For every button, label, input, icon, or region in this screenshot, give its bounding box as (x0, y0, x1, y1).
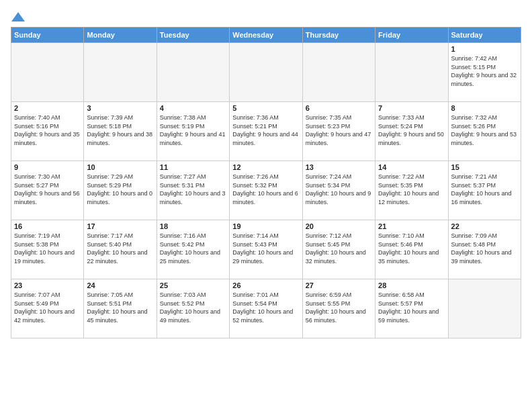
day-info: Sunrise: 7:42 AM Sunset: 5:15 PM Dayligh… (451, 54, 518, 88)
calendar-cell: 14Sunrise: 7:22 AM Sunset: 5:35 PM Dayli… (375, 161, 448, 220)
calendar-cell: 10Sunrise: 7:29 AM Sunset: 5:29 PM Dayli… (84, 161, 157, 220)
day-info: Sunrise: 7:35 AM Sunset: 5:23 PM Dayligh… (306, 113, 372, 147)
day-info: Sunrise: 7:07 AM Sunset: 5:49 PM Dayligh… (14, 291, 81, 324)
day-number: 13 (306, 163, 372, 171)
day-number: 5 (232, 104, 299, 112)
day-number: 21 (378, 222, 445, 230)
calendar-cell: 15Sunrise: 7:21 AM Sunset: 5:37 PM Dayli… (448, 161, 521, 220)
week-row-4: 23Sunrise: 7:07 AM Sunset: 5:49 PM Dayli… (11, 279, 521, 338)
day-info: Sunrise: 7:14 AM Sunset: 5:43 PM Dayligh… (232, 232, 299, 265)
calendar-cell (302, 43, 375, 102)
calendar-cell: 28Sunrise: 6:58 AM Sunset: 5:57 PM Dayli… (375, 279, 448, 338)
logo-icon (11, 11, 25, 23)
weekday-sunday: Sunday (11, 28, 84, 43)
day-number: 25 (160, 281, 226, 289)
calendar-cell: 24Sunrise: 7:05 AM Sunset: 5:51 PM Dayli… (84, 279, 157, 338)
day-info: Sunrise: 7:10 AM Sunset: 5:46 PM Dayligh… (378, 232, 445, 265)
calendar-cell (230, 43, 302, 102)
calendar-cell: 3Sunrise: 7:39 AM Sunset: 5:18 PM Daylig… (84, 102, 157, 161)
weekday-monday: Monday (84, 28, 157, 43)
week-row-3: 16Sunrise: 7:19 AM Sunset: 5:38 PM Dayli… (11, 220, 521, 279)
week-row-0: 1Sunrise: 7:42 AM Sunset: 5:15 PM Daylig… (11, 43, 521, 102)
header (11, 11, 521, 20)
day-info: Sunrise: 7:27 AM Sunset: 5:31 PM Dayligh… (160, 173, 226, 206)
calendar-cell: 19Sunrise: 7:14 AM Sunset: 5:43 PM Dayli… (230, 220, 302, 279)
day-number: 1 (451, 45, 518, 53)
calendar-cell: 22Sunrise: 7:09 AM Sunset: 5:48 PM Dayli… (448, 220, 521, 279)
calendar-cell: 2Sunrise: 7:40 AM Sunset: 5:16 PM Daylig… (11, 102, 84, 161)
calendar-cell: 8Sunrise: 7:32 AM Sunset: 5:26 PM Daylig… (448, 102, 521, 161)
day-info: Sunrise: 7:12 AM Sunset: 5:45 PM Dayligh… (306, 232, 372, 265)
day-info: Sunrise: 7:30 AM Sunset: 5:27 PM Dayligh… (14, 173, 81, 206)
calendar-cell: 12Sunrise: 7:26 AM Sunset: 5:32 PM Dayli… (230, 161, 302, 220)
logo (11, 11, 26, 20)
day-number: 19 (232, 222, 299, 230)
day-info: Sunrise: 7:32 AM Sunset: 5:26 PM Dayligh… (451, 113, 518, 147)
calendar-cell: 18Sunrise: 7:16 AM Sunset: 5:42 PM Dayli… (157, 220, 229, 279)
page: SundayMondayTuesdayWednesdayThursdayFrid… (0, 0, 532, 411)
day-info: Sunrise: 7:36 AM Sunset: 5:21 PM Dayligh… (232, 113, 299, 147)
calendar-cell: 6Sunrise: 7:35 AM Sunset: 5:23 PM Daylig… (302, 102, 375, 161)
calendar-cell (448, 279, 521, 338)
calendar-cell: 9Sunrise: 7:30 AM Sunset: 5:27 PM Daylig… (11, 161, 84, 220)
calendar-cell: 23Sunrise: 7:07 AM Sunset: 5:49 PM Dayli… (11, 279, 84, 338)
day-number: 11 (160, 163, 226, 171)
day-info: Sunrise: 7:19 AM Sunset: 5:38 PM Dayligh… (14, 232, 81, 265)
calendar-cell (375, 43, 448, 102)
calendar-cell: 21Sunrise: 7:10 AM Sunset: 5:46 PM Dayli… (375, 220, 448, 279)
day-info: Sunrise: 7:17 AM Sunset: 5:40 PM Dayligh… (87, 232, 153, 265)
weekday-thursday: Thursday (302, 28, 375, 43)
calendar-cell: 7Sunrise: 7:33 AM Sunset: 5:24 PM Daylig… (375, 102, 448, 161)
day-number: 6 (306, 104, 372, 112)
day-info: Sunrise: 7:29 AM Sunset: 5:29 PM Dayligh… (87, 173, 153, 206)
calendar-table: SundayMondayTuesdayWednesdayThursdayFrid… (11, 27, 521, 338)
day-number: 28 (378, 281, 445, 289)
week-row-1: 2Sunrise: 7:40 AM Sunset: 5:16 PM Daylig… (11, 102, 521, 161)
day-info: Sunrise: 7:40 AM Sunset: 5:16 PM Dayligh… (14, 113, 81, 147)
day-info: Sunrise: 7:22 AM Sunset: 5:35 PM Dayligh… (378, 173, 445, 206)
day-number: 12 (232, 163, 299, 171)
calendar-cell: 20Sunrise: 7:12 AM Sunset: 5:45 PM Dayli… (302, 220, 375, 279)
calendar-cell: 16Sunrise: 7:19 AM Sunset: 5:38 PM Dayli… (11, 220, 84, 279)
day-number: 17 (87, 222, 153, 230)
svg-marker-0 (11, 12, 25, 21)
day-info: Sunrise: 7:26 AM Sunset: 5:32 PM Dayligh… (232, 173, 299, 206)
day-number: 20 (306, 222, 372, 230)
day-number: 10 (87, 163, 153, 171)
weekday-saturday: Saturday (448, 28, 521, 43)
calendar-cell: 11Sunrise: 7:27 AM Sunset: 5:31 PM Dayli… (157, 161, 229, 220)
day-info: Sunrise: 7:16 AM Sunset: 5:42 PM Dayligh… (160, 232, 226, 265)
day-number: 7 (378, 104, 445, 112)
day-number: 16 (14, 222, 81, 230)
day-number: 24 (87, 281, 153, 289)
calendar-cell: 26Sunrise: 7:01 AM Sunset: 5:54 PM Dayli… (230, 279, 302, 338)
calendar-cell (157, 43, 229, 102)
calendar-cell: 13Sunrise: 7:24 AM Sunset: 5:34 PM Dayli… (302, 161, 375, 220)
day-number: 27 (306, 281, 372, 289)
weekday-header-row: SundayMondayTuesdayWednesdayThursdayFrid… (11, 28, 521, 43)
day-info: Sunrise: 7:05 AM Sunset: 5:51 PM Dayligh… (87, 291, 153, 324)
day-info: Sunrise: 6:59 AM Sunset: 5:55 PM Dayligh… (306, 291, 372, 324)
calendar-cell: 1Sunrise: 7:42 AM Sunset: 5:15 PM Daylig… (448, 43, 521, 102)
day-number: 2 (14, 104, 81, 112)
day-number: 26 (232, 281, 299, 289)
calendar-cell: 17Sunrise: 7:17 AM Sunset: 5:40 PM Dayli… (84, 220, 157, 279)
calendar-cell: 25Sunrise: 7:03 AM Sunset: 5:52 PM Dayli… (157, 279, 229, 338)
calendar-cell (11, 43, 84, 102)
day-info: Sunrise: 7:38 AM Sunset: 5:19 PM Dayligh… (160, 113, 226, 147)
day-number: 9 (14, 163, 81, 171)
calendar-cell: 5Sunrise: 7:36 AM Sunset: 5:21 PM Daylig… (230, 102, 302, 161)
calendar-cell (84, 43, 157, 102)
day-info: Sunrise: 7:24 AM Sunset: 5:34 PM Dayligh… (306, 173, 372, 206)
day-info: Sunrise: 7:03 AM Sunset: 5:52 PM Dayligh… (160, 291, 226, 324)
day-info: Sunrise: 7:39 AM Sunset: 5:18 PM Dayligh… (87, 113, 153, 147)
weekday-friday: Friday (375, 28, 448, 43)
day-info: Sunrise: 7:09 AM Sunset: 5:48 PM Dayligh… (451, 232, 518, 265)
weekday-wednesday: Wednesday (230, 28, 302, 43)
day-number: 14 (378, 163, 445, 171)
calendar-cell: 27Sunrise: 6:59 AM Sunset: 5:55 PM Dayli… (302, 279, 375, 338)
day-number: 18 (160, 222, 226, 230)
weekday-tuesday: Tuesday (157, 28, 229, 43)
calendar-cell: 4Sunrise: 7:38 AM Sunset: 5:19 PM Daylig… (157, 102, 229, 161)
week-row-2: 9Sunrise: 7:30 AM Sunset: 5:27 PM Daylig… (11, 161, 521, 220)
